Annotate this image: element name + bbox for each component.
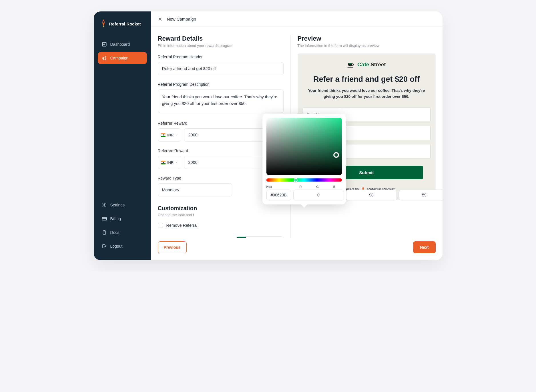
- card-icon: [102, 216, 107, 221]
- sidebar-item-logout[interactable]: Logout: [98, 240, 147, 252]
- hue-indicator[interactable]: [294, 178, 298, 182]
- topbar: New Campaign: [151, 11, 443, 27]
- next-button[interactable]: Next: [413, 241, 435, 253]
- gear-icon: [102, 202, 107, 208]
- hue-slider[interactable]: [266, 178, 342, 182]
- section-subtext: Change the look and f: [158, 213, 284, 217]
- bottom-nav: Settings Billing Docs Logout: [98, 199, 147, 252]
- currency-code: INR: [167, 133, 174, 137]
- sidebar-item-label: Billing: [110, 216, 121, 221]
- section-subtext: Fill in information about your rewards p…: [158, 43, 284, 48]
- section-heading: Customization: [158, 205, 284, 212]
- preview-logo: Cafe Street: [303, 61, 431, 68]
- sidebar-item-label: Docs: [110, 230, 119, 235]
- saturation-value-area[interactable]: [266, 118, 342, 175]
- footer: Previous Next: [151, 238, 443, 260]
- previous-button[interactable]: Previous: [158, 241, 187, 253]
- sidebar-item-label: Settings: [110, 203, 125, 207]
- main-panel: New Campaign Reward Details Fill in info…: [151, 11, 443, 260]
- svg-point-0: [103, 21, 104, 23]
- chart-icon: [102, 42, 107, 47]
- sidebar-item-billing[interactable]: Billing: [98, 213, 147, 225]
- field-header: Referral Program Header: [158, 55, 284, 75]
- remove-branding-row: Remove Referral: [158, 223, 284, 228]
- section-subtext: The information in the form will display…: [298, 43, 436, 48]
- b-input[interactable]: [399, 190, 443, 200]
- cafe-street-logo-text: Cafe Street: [357, 61, 386, 68]
- coffee-cup-icon: [347, 61, 355, 68]
- close-icon[interactable]: [158, 17, 162, 21]
- reward-type-select[interactable]: [158, 183, 232, 196]
- field-label: Referral Program Description: [158, 82, 284, 87]
- g-input[interactable]: [346, 190, 397, 200]
- sidebar-item-label: Campaign: [110, 56, 129, 60]
- sv-indicator[interactable]: [333, 152, 339, 158]
- rocket-icon: [101, 19, 106, 28]
- hex-label: Hex: [266, 185, 291, 188]
- field-reward-type: Reward Type: [158, 176, 232, 196]
- page-title: New Campaign: [167, 17, 196, 21]
- svg-point-5: [103, 204, 105, 206]
- checkbox-label: Remove Referral: [166, 223, 198, 228]
- color-picker: Hex R G B: [262, 114, 346, 204]
- sidebar-item-docs[interactable]: Docs: [98, 226, 147, 238]
- g-label: G: [310, 185, 325, 188]
- b-label: B: [327, 185, 342, 188]
- form-column: Reward Details Fill in information about…: [151, 27, 290, 260]
- r-label: R: [293, 185, 308, 188]
- hex-input[interactable]: [266, 190, 291, 200]
- section-heading: Preview: [298, 35, 436, 42]
- sidebar-item-campaign[interactable]: Campaign: [98, 52, 147, 64]
- sidebar-item-label: Dashboard: [110, 42, 130, 47]
- content-area: Reward Details Fill in information about…: [151, 27, 443, 260]
- flag-india-icon: [161, 161, 166, 164]
- sidebar-item-dashboard[interactable]: Dashboard: [98, 38, 147, 50]
- svg-rect-6: [102, 218, 106, 220]
- remove-branding-checkbox[interactable]: [158, 223, 163, 228]
- preview-headline: Refer a friend and get $20 off: [303, 75, 431, 84]
- brand-logo: Referral Rocket: [98, 19, 147, 38]
- chevron-down-icon: [175, 161, 178, 164]
- r-input[interactable]: [293, 190, 344, 200]
- svg-point-13: [349, 63, 352, 65]
- description-input[interactable]: Your friend thinks you would love our co…: [158, 89, 284, 113]
- header-input[interactable]: [158, 62, 284, 75]
- sidebar-item-label: Logout: [110, 244, 123, 248]
- chevron-down-icon: [175, 134, 178, 136]
- flag-india-icon: [161, 133, 166, 137]
- currency-select-referree[interactable]: INR: [158, 156, 181, 169]
- clipboard-icon: [102, 230, 107, 235]
- sidebar: Referral Rocket Dashboard Campaign Setti…: [94, 11, 151, 260]
- section-heading: Reward Details: [158, 35, 284, 42]
- brand-name: Referral Rocket: [109, 21, 141, 26]
- currency-code: INR: [167, 160, 174, 165]
- field-label: Referral Program Header: [158, 55, 284, 59]
- main-nav: Dashboard Campaign: [98, 38, 147, 64]
- field-label: Reward Type: [158, 176, 232, 180]
- currency-select-referrer[interactable]: INR: [158, 128, 181, 142]
- app-window: Referral Rocket Dashboard Campaign Setti…: [94, 11, 443, 260]
- field-description: Referral Program Description Your friend…: [158, 82, 284, 114]
- logout-icon: [102, 244, 107, 249]
- megaphone-icon: [102, 55, 107, 61]
- preview-description: Your friend thinks you would love our co…: [303, 88, 431, 100]
- sidebar-item-settings[interactable]: Settings: [98, 199, 147, 211]
